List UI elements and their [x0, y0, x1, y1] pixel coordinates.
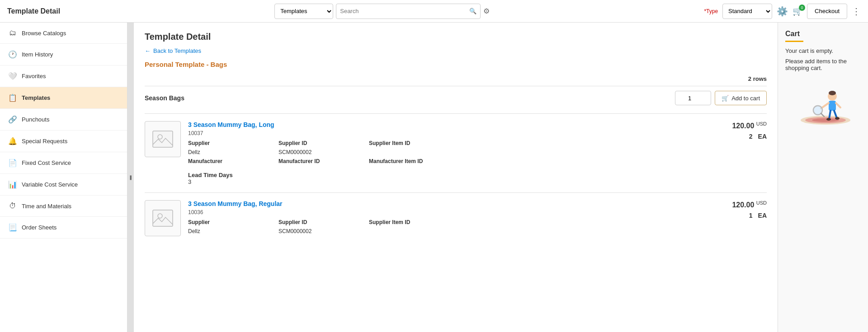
back-to-templates-link[interactable]: ← Back to Templates: [145, 47, 767, 54]
sidebar-label-punchouts: Punchouts: [22, 116, 49, 123]
sidebar-item-order-sheets[interactable]: 📃 Order Sheets: [0, 217, 127, 238]
cart-illustration: [785, 80, 861, 127]
item-card-2: 3 Season Mummy Bag, Regular 10036 Suppli…: [145, 192, 767, 243]
templates-icon: 📋: [8, 94, 17, 102]
item-qty-ea-2: 1 EA: [712, 212, 767, 219]
item-meta-grid-2: Supplier Supplier ID Supplier Item ID De…: [188, 219, 705, 234]
sidebar-label-order-sheets: Order Sheets: [22, 224, 57, 231]
sidebar-item-favorites[interactable]: 🤍 Favorites: [0, 65, 127, 87]
cart-empty-line2: Please add items to the shopping cart.: [785, 58, 861, 71]
sidebar-item-browse-catalogs[interactable]: 🗂 Browse Catalogs: [0, 23, 127, 44]
cart-icon: 🛒: [722, 95, 729, 102]
back-arrow-icon: ←: [145, 47, 151, 54]
search-icon: 🔍: [469, 8, 476, 14]
settings-button[interactable]: ⚙️: [777, 6, 788, 17]
lead-time-value-1: 3: [188, 178, 191, 185]
sidebar-item-variable-cost-service[interactable]: 📊 Variable Cost Service: [0, 174, 127, 196]
cart-badge: 0: [799, 5, 805, 11]
sidebar-item-time-and-materials[interactable]: ⏱ Time and Materials: [0, 196, 127, 217]
cart-button[interactable]: 🛒 0: [793, 6, 802, 16]
sidebar-label-fixed-cost-service: Fixed Cost Service: [22, 159, 71, 166]
item-qty-ea-1: 2 EA: [712, 133, 767, 140]
search-area: Templates All Items Suppliers 🔍 ⚙: [274, 4, 490, 19]
supplier-id-value-2: SCM0000002: [278, 228, 369, 234]
sidebar-label-time-and-materials: Time and Materials: [22, 203, 71, 210]
sidebar-item-punchouts[interactable]: 🔗 Punchouts: [0, 109, 127, 131]
unit-value-2: EA: [758, 212, 767, 219]
type-label: *Type: [704, 8, 718, 14]
supplier-value-1: Dellz: [188, 149, 278, 155]
sidebar-label-variable-cost-service: Variable Cost Service: [22, 181, 78, 188]
lead-time-label-1: Lead Time Days: [188, 172, 233, 178]
sidebar-collapse-handle[interactable]: ❚: [127, 23, 134, 332]
sidebar: 🗂 Browse Catalogs 🕐 Item History 🤍 Favor…: [0, 23, 127, 332]
item-title-1[interactable]: 3 Season Mummy Bag, Long: [188, 121, 705, 128]
special-requests-icon: 🔔: [8, 137, 17, 145]
sidebar-label-templates: Templates: [22, 94, 50, 101]
sidebar-item-special-requests[interactable]: 🔔 Special Requests: [0, 131, 127, 152]
price-value-2: 120.00: [732, 201, 754, 209]
variable-cost-icon: 📊: [8, 180, 17, 189]
favorites-icon: 🤍: [8, 72, 17, 80]
item-card: 3 Season Mummy Bag, Long 10037 Supplier …: [145, 113, 767, 192]
lead-time-block-1: Lead Time Days 3: [188, 172, 705, 185]
sidebar-item-templates[interactable]: 📋 Templates: [0, 87, 127, 109]
search-input-wrap: 🔍: [336, 4, 481, 19]
template-name: Personal Template - Bags: [145, 61, 767, 68]
svg-line-13: [836, 103, 840, 108]
sidebar-item-fixed-cost-service[interactable]: 📄 Fixed Cost Service: [0, 152, 127, 174]
currency-label-2: USD: [756, 200, 767, 206]
supplier-item-id-value-1: [369, 149, 468, 155]
season-controls: 🛒 Add to cart: [675, 91, 767, 105]
type-select[interactable]: Standard Custom: [722, 4, 772, 19]
fixed-cost-icon: 📄: [8, 159, 17, 167]
svg-point-17: [835, 117, 840, 120]
item-price-area-1: 120.00 USD 2 EA: [712, 121, 767, 185]
page-title: Template Detail: [145, 32, 767, 42]
manufacturer-label-1: Manufacturer: [188, 158, 278, 164]
qty-value-2: 1: [749, 212, 753, 219]
svg-point-8: [829, 91, 836, 95]
add-to-cart-button[interactable]: 🛒 Add to cart: [715, 91, 767, 105]
manufacturer-item-id-label-1: Manufacturer Item ID: [369, 158, 468, 164]
qty-value-1: 2: [749, 133, 753, 140]
sidebar-label-item-history: Item History: [22, 51, 53, 58]
item-sku-2: 10036: [188, 209, 705, 215]
currency-label-1: USD: [756, 121, 767, 126]
top-bar: Template Detail Templates All Items Supp…: [0, 0, 868, 23]
item-info-1: 3 Season Mummy Bag, Long 10037 Supplier …: [188, 121, 705, 185]
sidebar-item-item-history[interactable]: 🕐 Item History: [0, 44, 127, 65]
item-info-2: 3 Season Mummy Bag, Regular 10036 Suppli…: [188, 200, 705, 236]
supplier-item-id-label-1: Supplier Item ID: [369, 140, 468, 146]
order-sheets-icon: 📃: [8, 223, 17, 232]
add-to-cart-label: Add to cart: [731, 95, 760, 102]
item-price-2: 120.00 USD: [712, 200, 767, 209]
season-qty-input[interactable]: [675, 91, 711, 105]
item-image-2: [145, 200, 181, 236]
more-options-icon[interactable]: ⋮: [852, 6, 861, 17]
item-history-icon: 🕐: [8, 50, 17, 59]
svg-point-6: [812, 118, 839, 122]
checkout-button[interactable]: Checkout: [807, 4, 847, 19]
item-sku-1: 10037: [188, 130, 705, 136]
manufacturer-id-label-1: Manufacturer ID: [278, 158, 369, 164]
item-title-2[interactable]: 3 Season Mummy Bag, Regular: [188, 200, 705, 207]
punchouts-icon: 🔗: [8, 115, 17, 124]
filter-icon[interactable]: ⚙: [483, 7, 490, 15]
search-category-dropdown[interactable]: Templates All Items Suppliers: [274, 4, 333, 19]
rows-count: 2 rows: [145, 75, 767, 82]
season-label: Season Bags: [145, 94, 184, 102]
price-value-1: 120.00: [732, 122, 754, 130]
supplier-id-label-1: Supplier ID: [278, 140, 369, 146]
sidebar-label-special-requests: Special Requests: [22, 138, 67, 145]
time-materials-icon: ⏱: [8, 202, 17, 210]
item-meta-grid-1: Supplier Supplier ID Supplier Item ID De…: [188, 140, 705, 167]
search-input[interactable]: [340, 8, 469, 14]
supplier-value-2: Dellz: [188, 228, 278, 234]
browse-catalogs-icon: 🗂: [8, 29, 17, 37]
supplier-id-value-1: SCM0000002: [278, 149, 369, 155]
supplier-id-label-2: Supplier ID: [278, 219, 369, 225]
unit-value-1: EA: [758, 133, 767, 140]
item-price-1: 120.00 USD: [712, 121, 767, 130]
item-image-1: [145, 121, 181, 157]
